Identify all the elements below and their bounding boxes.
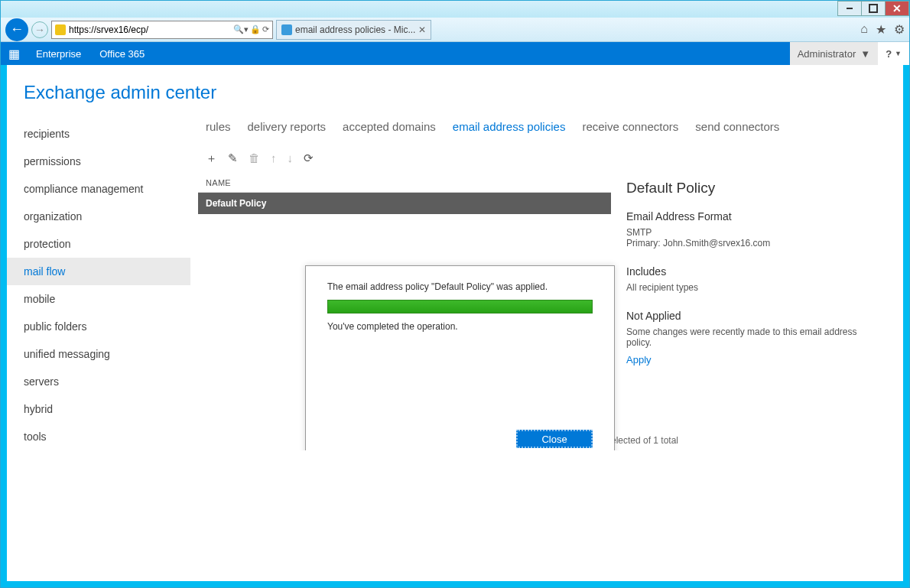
page-title: Exchange admin center	[7, 65, 903, 120]
sub-tabs: rulesdelivery reportsaccepted domainsema…	[198, 120, 895, 151]
proto-label: SMTP	[626, 227, 880, 238]
dialog-message-2: You've completed the operation.	[327, 321, 593, 332]
window-minimize-button[interactable]	[837, 1, 862, 16]
tab-delivery-reports[interactable]: delivery reports	[248, 120, 327, 133]
move-up-button[interactable]: ↑	[271, 151, 277, 166]
help-menu[interactable]: ? ▼	[878, 42, 909, 65]
search-dropdown-icon[interactable]: 🔍▾	[233, 24, 249, 34]
sidebar-item-mobile[interactable]: mobile	[24, 285, 190, 313]
close-button[interactable]: Close	[516, 430, 593, 448]
format-heading: Email Address Format	[626, 210, 880, 223]
nav-forward-button[interactable]: →	[31, 21, 48, 38]
progress-bar	[327, 300, 593, 313]
sidebar-item-mail-flow[interactable]: mail flow	[7, 258, 190, 285]
lock-icon: 🔒	[250, 24, 261, 34]
window-close-button[interactable]: ✕	[885, 1, 909, 16]
office365-link[interactable]: Office 365	[90, 48, 154, 60]
sidebar-item-recipients[interactable]: recipients	[24, 120, 190, 148]
includes-heading: Includes	[626, 265, 880, 278]
suite-bar: ▦ Enterprise Office 365 Administrator ▼ …	[1, 42, 909, 65]
window-maximize-button[interactable]	[861, 1, 886, 16]
url-actions: 🔍▾ 🔒 ⟳	[233, 24, 269, 34]
sidebar-item-tools[interactable]: tools	[24, 423, 190, 450]
details-title: Default Policy	[626, 180, 880, 197]
includes-value: All recipient types	[626, 282, 880, 293]
add-button[interactable]: ＋	[206, 151, 217, 166]
refresh-button[interactable]: ⟳	[304, 151, 314, 166]
primary-address: Primary: John.Smith@srvex16.com	[626, 238, 880, 249]
sidebar-item-compliance-management[interactable]: compliance management	[24, 175, 190, 203]
browser-toolbar: ← → https://srvex16/ecp/ 🔍▾ 🔒 ⟳ email ad…	[1, 18, 909, 42]
chevron-down-icon: ▼	[860, 48, 870, 60]
tab-favicon-icon	[281, 24, 292, 35]
user-name: Administrator	[798, 48, 856, 60]
tools-icon[interactable]: ⚙	[894, 22, 905, 37]
nav-back-button[interactable]: ←	[5, 18, 28, 41]
refresh-icon[interactable]: ⟳	[262, 24, 269, 34]
details-pane: Default Policy Email Address Format SMTP…	[611, 174, 895, 372]
tab-close-icon[interactable]: ✕	[418, 24, 426, 35]
notapplied-heading: Not Applied	[626, 310, 880, 322]
tab-receive-connectors[interactable]: receive connectors	[582, 120, 678, 133]
sidebar-item-hybrid[interactable]: hybrid	[24, 395, 190, 423]
tab-title: email address policies - Mic...	[295, 24, 415, 35]
column-header-name[interactable]: NAME	[198, 174, 611, 193]
edit-button[interactable]: ✎	[228, 151, 238, 166]
sidebar-item-unified-messaging[interactable]: unified messaging	[24, 340, 190, 368]
sidebar-item-servers[interactable]: servers	[24, 368, 190, 395]
enterprise-link[interactable]: Enterprise	[27, 48, 90, 60]
dialog-message-1: The email address policy "Default Policy…	[327, 281, 593, 292]
app-launcher-icon[interactable]: ▦	[1, 47, 27, 61]
table-row[interactable]: Default Policy	[198, 193, 611, 214]
user-menu[interactable]: Administrator ▼	[790, 42, 878, 65]
browser-tab[interactable]: email address policies - Mic... ✕	[276, 20, 431, 40]
favorites-icon[interactable]: ★	[876, 22, 886, 37]
url-text: https://srvex16/ecp/	[69, 24, 148, 35]
left-nav: recipientspermissionscompliance manageme…	[7, 120, 190, 450]
notapplied-text: Some changes were recently made to this …	[626, 326, 880, 348]
address-bar[interactable]: https://srvex16/ecp/ 🔍▾ 🔒 ⟳	[51, 21, 273, 39]
tab-rules[interactable]: rules	[206, 120, 231, 133]
tab-send-connectors[interactable]: send connectors	[695, 120, 779, 133]
help-icon: ?	[886, 48, 892, 60]
sidebar-item-protection[interactable]: protection	[24, 230, 190, 258]
progress-dialog: The email address policy "Default Policy…	[305, 265, 615, 450]
list-toolbar: ＋ ✎ 🗑 ↑ ↓ ⟳	[198, 151, 895, 174]
home-icon[interactable]: ⌂	[860, 22, 868, 37]
sidebar-item-public-folders[interactable]: public folders	[24, 313, 190, 340]
delete-button[interactable]: 🗑	[249, 151, 260, 166]
sidebar-item-organization[interactable]: organization	[24, 203, 190, 230]
apply-link[interactable]: Apply	[626, 354, 652, 365]
move-down-button[interactable]: ↓	[288, 151, 294, 166]
tab-email-address-policies[interactable]: email address policies	[453, 120, 566, 133]
tab-accepted-domains[interactable]: accepted domains	[343, 120, 436, 133]
site-favicon-icon	[55, 24, 66, 35]
sidebar-item-permissions[interactable]: permissions	[24, 148, 190, 175]
window-titlebar: ✕	[1, 1, 909, 18]
chevron-down-icon: ▼	[895, 50, 902, 57]
